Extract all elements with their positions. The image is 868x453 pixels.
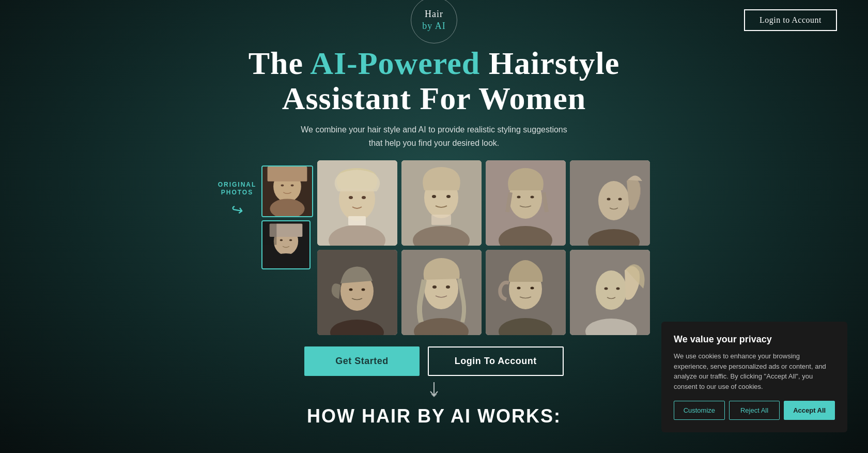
login-to-account-button[interactable]: Login To Account bbox=[428, 346, 564, 376]
cookie-customize-button[interactable]: Customize bbox=[674, 401, 725, 420]
svg-point-28 bbox=[517, 195, 521, 198]
svg-rect-3 bbox=[268, 167, 307, 182]
title-line2: Assistant For Women bbox=[282, 81, 586, 116]
svg-point-17 bbox=[362, 196, 366, 199]
svg-point-33 bbox=[607, 198, 611, 200]
svg-point-29 bbox=[531, 195, 534, 198]
hero-title: The AI-Powered Hairstyle Assistant For W… bbox=[0, 46, 868, 116]
svg-point-48 bbox=[517, 286, 521, 289]
cookie-banner-text: We use cookies to enhance your browsing … bbox=[674, 351, 835, 391]
svg-point-4 bbox=[281, 184, 284, 186]
logo-text: Hairby AI bbox=[422, 8, 446, 33]
title-hairstyle: Hairstyle bbox=[480, 46, 619, 81]
svg-point-39 bbox=[362, 288, 365, 291]
svg-point-38 bbox=[349, 288, 353, 291]
ai-photo-8 bbox=[570, 250, 650, 335]
logo-area: Hairby AI bbox=[411, 0, 457, 43]
cookie-accept-button[interactable]: Accept All bbox=[784, 401, 835, 420]
cookie-banner: We value your privacy We use cookies to … bbox=[661, 322, 847, 432]
svg-point-12 bbox=[289, 239, 292, 241]
ai-photo-7 bbox=[486, 250, 566, 335]
original-label: ORIGINAL PHOTOS ↪ bbox=[218, 181, 257, 218]
get-started-button[interactable]: Get Started bbox=[304, 346, 420, 376]
subtitle-line1: We combine your hair style and AI to pro… bbox=[301, 125, 567, 134]
title-the: The bbox=[249, 46, 310, 81]
subtitle-line2: that help you find your desired look. bbox=[369, 139, 500, 147]
svg-point-16 bbox=[349, 196, 353, 199]
hero-subtitle: We combine your hair style and AI to pro… bbox=[0, 123, 868, 149]
svg-rect-18 bbox=[348, 216, 366, 225]
svg-point-31 bbox=[598, 181, 629, 220]
header-login-button[interactable]: Login to Account bbox=[744, 9, 837, 31]
svg-point-53 bbox=[605, 287, 608, 290]
original-photo-1 bbox=[261, 165, 313, 217]
header: Hairby AI Login to Account bbox=[0, 0, 868, 40]
svg-point-34 bbox=[618, 198, 622, 200]
title-accent: AI-Powered bbox=[310, 46, 480, 81]
cookie-banner-title: We value your privacy bbox=[674, 334, 835, 345]
cookie-banner-buttons: Customize Reject All Accept All bbox=[674, 401, 835, 420]
svg-point-51 bbox=[596, 270, 627, 310]
original-photo-2 bbox=[261, 220, 311, 269]
ai-photo-4 bbox=[570, 160, 650, 246]
hero-section: The AI-Powered Hairstyle Assistant For W… bbox=[0, 40, 868, 150]
photos-section: ORIGINAL PHOTOS ↪ bbox=[0, 160, 868, 335]
svg-rect-10 bbox=[262, 221, 276, 245]
logo-accent: by AI bbox=[422, 21, 446, 31]
arrow-curve-icon: ↪ bbox=[230, 200, 244, 219]
ai-photo-6 bbox=[401, 250, 482, 335]
logo-circle: Hairby AI bbox=[411, 0, 457, 43]
svg-point-49 bbox=[531, 286, 534, 289]
original-photos-stack bbox=[261, 165, 313, 269]
svg-point-11 bbox=[280, 239, 283, 241]
ai-photo-5 bbox=[317, 250, 397, 335]
svg-rect-24 bbox=[431, 215, 451, 225]
ai-photos-grid bbox=[317, 160, 650, 335]
ai-photo-2 bbox=[401, 160, 482, 246]
svg-point-5 bbox=[291, 184, 294, 186]
svg-point-22 bbox=[432, 195, 436, 198]
cookie-reject-button[interactable]: Reject All bbox=[729, 401, 780, 420]
svg-point-54 bbox=[616, 287, 620, 290]
original-photos-text: ORIGINAL PHOTOS bbox=[218, 181, 257, 197]
ai-photo-1 bbox=[317, 160, 397, 246]
svg-point-44 bbox=[446, 285, 450, 289]
ai-photo-3 bbox=[486, 160, 566, 246]
svg-point-43 bbox=[432, 285, 437, 289]
svg-point-23 bbox=[446, 195, 451, 198]
